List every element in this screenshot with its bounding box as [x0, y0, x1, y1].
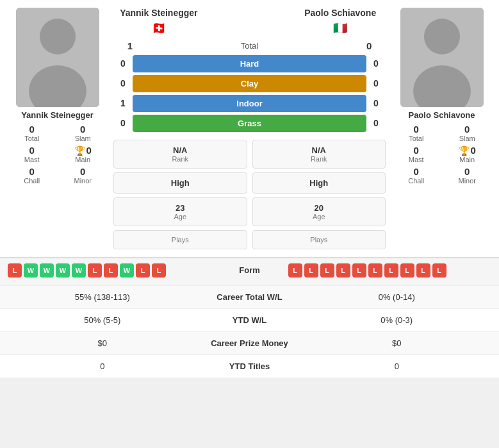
- player2-form-badges: LLLLLLLLLL: [288, 263, 492, 278]
- player2-chall-label: Chall: [408, 177, 424, 185]
- p2-indoor: 0: [366, 98, 386, 108]
- player2-info-boxes: N/A Rank High 20 Age Plays: [252, 140, 386, 249]
- player2-total-stat: 0 Total: [392, 124, 441, 142]
- player2-form-badge: L: [336, 263, 350, 278]
- player1-slam-value: 0: [80, 124, 85, 135]
- player1-form-badge: W: [56, 263, 70, 278]
- player2-main-stat: 🏆 0 Main: [443, 145, 492, 163]
- player2-chall-stat: 0 Chall: [392, 166, 441, 185]
- player1-age-value: 23: [117, 203, 244, 213]
- p1-total: 1: [113, 40, 133, 51]
- player1-form-badge: L: [104, 263, 118, 278]
- hard-surface-btn: Hard: [133, 55, 366, 72]
- player2-high-box: High: [252, 172, 386, 194]
- player1-slam-stat: 0 Slam: [59, 124, 108, 142]
- p2-clay: 0: [366, 78, 386, 88]
- total-row: 1 Total 0: [113, 40, 386, 51]
- player2-minor-value: 0: [464, 166, 470, 177]
- surface-row-hard: 0 Hard 0: [113, 55, 386, 72]
- total-label: Total: [138, 41, 361, 51]
- player1-chall-stat: 0 Chall: [8, 166, 56, 185]
- player2-age-box: 20 Age: [252, 197, 386, 226]
- player2-trophy-icon: 🏆: [459, 145, 470, 156]
- player1-age-label: Age: [117, 213, 244, 220]
- player2-form-badge: L: [304, 263, 318, 278]
- player1-rank-box: N/A Rank: [113, 140, 247, 169]
- p1-clay: 0: [113, 78, 133, 88]
- form-row: LWWWWLLWLL Form LLLLLLLLLL: [8, 263, 491, 278]
- player2-form-badge: L: [432, 263, 446, 278]
- player1-total-value: 0: [29, 124, 35, 135]
- spacer-center: [204, 8, 295, 35]
- player2-total-label: Total: [409, 135, 423, 142]
- svg-point-4: [424, 19, 460, 54]
- surface-row-clay: 0 Clay 0: [113, 75, 386, 92]
- player1-main-label: Main: [75, 156, 90, 163]
- player2-total-value: 0: [414, 124, 419, 135]
- player2-form-badge: L: [384, 263, 398, 278]
- center-column: Yannik Steinegger 🇨🇭 Paolo Schiavone 🇮🇹 …: [113, 8, 386, 249]
- player1-flag: 🇨🇭: [113, 21, 204, 35]
- player1-avatar: [16, 8, 99, 107]
- player2-main-value: 0: [471, 145, 476, 156]
- grass-surface-btn: Grass: [133, 115, 366, 132]
- p2-ytd-wl: 0% (0-3): [307, 315, 487, 325]
- surface-row-indoor: 1 Indoor 0: [113, 95, 386, 112]
- player1-form-badge: W: [40, 263, 54, 278]
- player2-form-badge: L: [416, 263, 430, 278]
- player1-minor-label: Minor: [74, 177, 92, 185]
- player1-age-box: 23 Age: [113, 197, 247, 226]
- p2-hard: 0: [366, 58, 386, 69]
- stats-rows: 55% (138-113) Career Total W/L 0% (0-14)…: [0, 285, 499, 377]
- svg-point-1: [40, 19, 76, 54]
- ytd-wl-row: 50% (5-5) YTD W/L 0% (0-3): [0, 308, 499, 331]
- player1-mast-value: 0: [29, 145, 35, 156]
- player1-plays-label: Plays: [117, 236, 244, 244]
- career-wl-row: 55% (138-113) Career Total W/L 0% (0-14): [0, 285, 499, 308]
- player2-mast-stat: 0 Mast: [392, 145, 441, 163]
- player2-flag: 🇮🇹: [295, 21, 386, 35]
- indoor-surface-btn: Indoor: [133, 95, 366, 112]
- p2-prize: $0: [307, 338, 487, 348]
- p1-grass: 0: [113, 118, 133, 128]
- player2-header: Paolo Schiavone 🇮🇹: [295, 8, 386, 35]
- surface-row-grass: 0 Grass 0: [113, 115, 386, 132]
- prize-label: Career Prize Money: [192, 338, 307, 348]
- player1-plays-box: Plays: [113, 230, 247, 249]
- player1-rank-label: Rank: [117, 155, 244, 163]
- player1-trophy-icon: 🏆: [74, 145, 85, 156]
- surface-rows: 0 Hard 0 0 Clay 0 1 Indoor 0 0 Grass: [113, 55, 386, 135]
- player1-total-stat: 0 Total: [8, 124, 56, 142]
- player2-name: Paolo Schiavone: [408, 110, 475, 120]
- main-container: Yannik Steinegger 0 Total 0 Slam 0 Mast: [0, 0, 499, 377]
- player1-form-badge: L: [8, 263, 22, 278]
- player2-rank-value: N/A: [256, 145, 383, 155]
- player1-chall-value: 0: [29, 166, 35, 177]
- clay-surface-btn: Clay: [133, 75, 366, 92]
- left-player-column: Yannik Steinegger 0 Total 0 Slam 0 Mast: [8, 8, 107, 249]
- p2-grass: 0: [366, 118, 386, 128]
- player2-chall-value: 0: [414, 166, 419, 177]
- player2-header-name: Paolo Schiavone: [295, 8, 386, 19]
- comparison-wrapper: Yannik Steinegger 0 Total 0 Slam 0 Mast: [0, 0, 499, 257]
- player1-form-badge: W: [120, 263, 134, 278]
- player2-plays-label: Plays: [256, 236, 383, 244]
- player2-stats: 0 Total 0 Slam 0 Mast 🏆 0: [392, 124, 491, 185]
- player2-form-badge: L: [368, 263, 382, 278]
- ytd-titles-row: 0 YTD Titles 0: [0, 354, 499, 377]
- player1-main-stat: 🏆 0 Main: [59, 145, 108, 163]
- player1-high-box: High: [113, 172, 247, 194]
- player2-minor-label: Minor: [458, 177, 476, 185]
- player1-main-value: 0: [86, 145, 92, 156]
- form-label: Form: [211, 265, 288, 275]
- player2-avatar: [400, 8, 484, 107]
- player2-mast-label: Mast: [409, 156, 424, 163]
- player1-form-badge: L: [136, 263, 150, 278]
- player1-mast-stat: 0 Mast: [8, 145, 56, 163]
- player1-form-badges: LWWWWLLWLL: [8, 263, 211, 278]
- p1-ytd-wl: 50% (5-5): [13, 315, 192, 325]
- player2-minor-stat: 0 Minor: [443, 166, 492, 185]
- player1-info-boxes: N/A Rank High 23 Age Plays: [113, 140, 247, 249]
- player2-rank-label: Rank: [256, 155, 383, 163]
- right-player-column: Paolo Schiavone 0 Total 0 Slam 0 Mast: [392, 8, 491, 249]
